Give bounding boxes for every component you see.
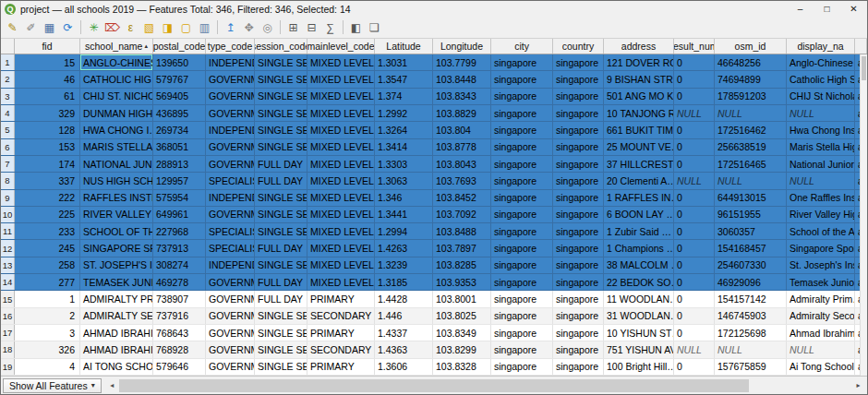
filter-select-form-icon[interactable]: ▥ [196,18,213,36]
cell-result_num[interactable]: NULL [674,341,715,357]
cell-type_code[interactable]: GOVERNMENT-… [206,71,255,87]
cell-Latitude[interactable]: 1.3606 [375,359,433,375]
save-edits-icon[interactable]: ▦ [41,18,58,36]
cell-country[interactable]: singapore [553,54,604,70]
cell-Latitude[interactable]: 1.346 [375,190,433,206]
row-number[interactable]: 8 [1,173,15,188]
cell-osm_id[interactable]: 644913015 [715,190,787,206]
cell-fid[interactable]: 258 [15,257,80,273]
cell-school_name[interactable]: CATHOLIC HIG… [80,71,153,87]
horizontal-scrollbar-track[interactable] [119,378,851,393]
conditional-formatting-icon[interactable]: ◧ [347,18,365,36]
cell-school_name[interactable]: HWA CHONG I… [80,122,153,138]
cell-school_name[interactable]: ANGLO-CHINES… [80,54,153,70]
cell-city[interactable]: singapore [491,223,553,239]
cell-osm_id[interactable]: 96151955 [715,207,787,222]
cell-country[interactable]: singapore [553,359,604,375]
cell-display_na[interactable]: One Raffles Inst… [787,190,855,206]
cell-address[interactable]: 1 RAFFLES IN… [604,190,674,206]
cell-city[interactable]: singapore [491,54,553,70]
row-number[interactable]: 7 [1,156,15,172]
column-header-type_code[interactable]: type_code [206,39,255,54]
row-number[interactable]: 12 [1,240,15,256]
cell-city[interactable]: singapore [491,105,553,121]
cell-country[interactable]: singapore [553,207,604,222]
cell-session_code[interactable]: SINGLE SESSION [255,341,307,357]
cell-result_num[interactable]: 0 [674,139,715,155]
cell-address[interactable]: 25 MOUNT VE… [604,139,674,155]
cell-type_code[interactable]: INDEPENDENT … [206,54,255,70]
column-header-country[interactable]: country [553,39,604,54]
cell-result_num[interactable]: 0 [674,325,715,341]
cell-postal_code[interactable]: 768643 [153,325,206,341]
cell-city[interactable]: singapore [491,274,553,290]
cell-type_code[interactable]: GOVERNMENT-… [206,139,255,155]
cell-result_num[interactable]: NULL [674,105,715,121]
cell-mainlevel_code[interactable]: PRIMARY [307,291,375,306]
cell-Longitude[interactable]: 103.804 [433,122,491,138]
cell-session_code[interactable]: SINGLE SESSION [255,122,307,138]
row-number[interactable]: 11 [1,223,15,239]
cell-session_code[interactable]: SINGLE SESSION [255,89,307,104]
cell-display_na[interactable]: CHIJ St Nichola… [787,89,855,104]
cell-Longitude[interactable]: 103.7897 [433,240,491,256]
cell-Longitude[interactable]: 103.8448 [433,71,491,87]
cell-school_name[interactable]: ST. JOSEPH'S IN… [80,257,153,273]
cell-session_code[interactable]: SINGLE SESSION [255,71,307,87]
cell-session_code[interactable]: FULL DAY [255,156,307,172]
cell-session_code[interactable]: SINGLE SESSION [255,325,307,341]
cell-mainlevel_code[interactable]: MIXED LEVELS [307,190,375,206]
cell-osm_id[interactable]: 254607330 [715,257,787,273]
cell-city[interactable]: singapore [491,291,553,306]
cell-type_code[interactable]: GOVERNMENT … [206,156,255,172]
cell-Longitude[interactable]: 103.7799 [433,54,491,70]
cell-mainlevel_code[interactable]: MIXED LEVELS [307,173,375,188]
cell-mainlevel_code[interactable]: PRIMARY [307,325,375,341]
cell-display_na[interactable]: Ai Tong School … [787,359,855,375]
delete-selected-icon[interactable]: ⌦ [103,18,121,36]
cell-Longitude[interactable]: 103.8488 [433,223,491,239]
cell-country[interactable]: singapore [553,89,604,104]
cell-mainlevel_code[interactable]: SECONDARY [307,308,375,324]
column-header-Longitude[interactable]: Longitude [433,39,491,54]
cell-school_name[interactable]: NUS HIGH SCH… [80,173,153,188]
cell-result_num[interactable]: 0 [674,257,715,273]
cell-mainlevel_code[interactable]: PRIMARY [307,359,375,375]
cell-school_name[interactable]: AHMAD IBRAHI… [80,341,153,357]
cell-postal_code[interactable]: 579767 [153,71,206,87]
cell-osm_id[interactable]: 256638519 [715,139,787,155]
cell-fid[interactable]: 15 [15,54,80,70]
cell-display_na[interactable]: Anglo-Chinese … [787,54,855,70]
show-all-features-button[interactable]: Show All Features ▾ [3,378,102,393]
cell-country[interactable]: singapore [553,122,604,138]
cell-result_num[interactable]: 0 [674,89,715,104]
cell-country[interactable]: singapore [553,190,604,206]
add-feature-icon[interactable]: ✳ [85,18,102,36]
cell-osm_id[interactable]: 154168457 [715,240,787,256]
cell-osm_id[interactable]: 46929096 [715,274,787,290]
cell-type_code[interactable]: SPECIALISED IN… [206,173,255,188]
cell-result_num[interactable]: 0 [674,308,715,324]
cell-postal_code[interactable]: 569405 [153,89,206,104]
cell-address[interactable]: 1 Zubir Said … [604,223,674,239]
row-number[interactable]: 15 [1,291,15,306]
row-number[interactable]: 16 [1,308,15,324]
cell-fid[interactable]: 222 [15,190,80,206]
cell-Longitude[interactable]: 103.8043 [433,156,491,172]
scroll-left-icon[interactable]: ◂ [105,378,119,393]
cell-session_code[interactable]: FULL DAY [255,240,307,256]
move-selection-top-icon[interactable]: ↥ [222,18,239,36]
cell-mainlevel_code[interactable]: MIXED LEVELS [307,274,375,290]
cell-session_code[interactable]: SINGLE SESSION [255,54,307,70]
row-number[interactable]: 10 [1,207,15,222]
dock-table-icon[interactable]: ❏ [366,18,383,36]
cell-postal_code[interactable]: 469278 [153,274,206,290]
cell-type_code[interactable]: GOVERNMENT … [206,325,255,341]
cell-address[interactable]: 121 DOVER RO… [604,54,674,70]
cell-fid[interactable]: 3 [15,325,80,341]
cell-display_na[interactable]: Temasek Junior … [787,274,855,290]
header-corner[interactable] [1,39,15,54]
cell-Longitude[interactable]: 103.8328 [433,359,491,375]
cell-session_code[interactable]: SINGLE SESSION [255,223,307,239]
cell-postal_code[interactable]: 368051 [153,139,206,155]
